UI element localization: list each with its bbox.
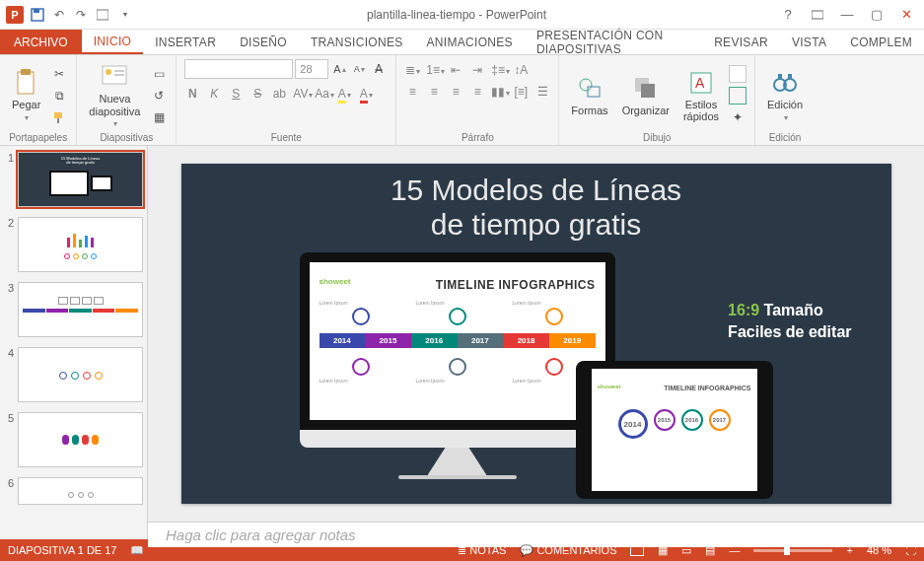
fit-to-window-icon[interactable]: ⛶ (905, 544, 916, 556)
section-icon[interactable]: ▦ (150, 108, 168, 126)
slide-thumbnail[interactable]: 15 Modelos de Líneasde tiempo gratis (18, 152, 143, 207)
ipad-mockup[interactable]: showeet TIMELINE INFOGRAPHICS 2014 2015 … (576, 361, 773, 499)
clear-format-icon[interactable]: A̶ (370, 60, 388, 78)
tab-diseno[interactable]: DISEÑO (228, 30, 299, 54)
grow-font-icon[interactable]: A▴ (330, 60, 348, 78)
slide-side-text[interactable]: 16:9 Tamaño Faciles de editar (728, 302, 851, 345)
font-highlight-button[interactable]: A▾ (336, 87, 352, 101)
bold-button[interactable]: N (184, 87, 200, 101)
svg-rect-11 (114, 74, 124, 76)
columns-icon[interactable]: ▮▮▾ (491, 85, 507, 99)
shapes-button[interactable]: Formas (567, 73, 611, 118)
copy-icon[interactable]: ⧉ (50, 87, 68, 105)
shape-fill-icon[interactable] (729, 65, 746, 83)
thumb-number: 5 (4, 412, 14, 424)
save-icon[interactable] (30, 7, 45, 23)
chevron-down-icon: ▾ (784, 113, 788, 122)
normal-view-icon[interactable] (630, 544, 644, 556)
thumb-number: 6 (4, 477, 14, 489)
increase-indent-icon[interactable]: ⇥ (469, 63, 485, 77)
reset-icon[interactable]: ↺ (150, 87, 168, 105)
zoom-out-button[interactable]: — (729, 544, 740, 556)
svg-rect-13 (588, 87, 600, 97)
shape-outline-icon[interactable] (729, 87, 746, 105)
zoom-in-button[interactable]: + (846, 544, 852, 556)
svg-rect-3 (812, 11, 823, 19)
line-spacing-icon[interactable]: ‡≡▾ (491, 63, 507, 77)
tab-vista[interactable]: VISTA (780, 30, 838, 54)
strike-button[interactable]: S (249, 87, 265, 101)
undo-icon[interactable]: ↶ (51, 7, 67, 23)
tab-revisar[interactable]: REVISAR (702, 30, 780, 54)
char-spacing-button[interactable]: AV▾ (293, 87, 309, 101)
quick-styles-icon: A (687, 69, 715, 97)
slide-counter[interactable]: DIAPOSITIVA 1 DE 17 (8, 544, 116, 556)
tab-animaciones[interactable]: ANIMACIONES (415, 30, 525, 54)
font-color-button[interactable]: A▾ (358, 87, 374, 101)
cut-icon[interactable]: ✂ (50, 65, 68, 83)
tab-file[interactable]: ARCHIVO (0, 30, 82, 54)
tab-transiciones[interactable]: TRANSICIONES (299, 30, 415, 54)
align-left-icon[interactable]: ≡ (404, 85, 420, 99)
maximize-icon[interactable]: ▢ (863, 4, 890, 26)
sorter-view-icon[interactable]: ▦ (658, 544, 668, 557)
svg-rect-1 (34, 9, 39, 13)
thumb-number: 1 (4, 152, 14, 164)
slide-thumbnail[interactable] (18, 347, 143, 402)
svg-rect-2 (97, 10, 108, 20)
layout-icon[interactable]: ▭ (150, 65, 168, 83)
ribbon-display-icon[interactable] (804, 4, 831, 26)
svg-rect-7 (57, 118, 59, 123)
slide-thumbnails-panel[interactable]: 1 15 Modelos de Líneasde tiempo gratis 2… (0, 146, 148, 539)
tab-complementos[interactable]: COMPLEM (838, 30, 924, 54)
shape-effects-icon[interactable]: ✦ (729, 108, 746, 126)
qat-customize-icon[interactable]: ▾ (117, 7, 133, 23)
minimize-icon[interactable]: — (833, 4, 861, 26)
arrange-button[interactable]: Organizar (618, 73, 674, 118)
align-text-icon[interactable]: [≡] (513, 85, 529, 99)
slideshow-view-icon[interactable]: ▤ (705, 544, 715, 557)
paste-button[interactable]: Pegar ▾ (8, 67, 44, 123)
shrink-font-icon[interactable]: A▾ (350, 60, 368, 78)
shadow-button[interactable]: ab (271, 87, 287, 101)
slide-thumbnail[interactable] (18, 477, 143, 505)
reading-view-icon[interactable]: ▭ (681, 544, 691, 557)
editing-button[interactable]: Edición ▾ (763, 67, 807, 123)
quick-access-toolbar: P ↶ ↷ ▾ (0, 6, 139, 24)
svg-rect-6 (54, 112, 62, 118)
format-painter-icon[interactable] (50, 108, 68, 126)
imac-mockup[interactable]: showeet TIMELINE INFOGRAPHICS Lorem Ipsu… (300, 252, 615, 479)
font-size-combo[interactable]: 28 (295, 59, 328, 79)
text-direction-icon[interactable]: ↕A (513, 63, 529, 77)
slide-thumbnail[interactable] (18, 412, 143, 467)
slide[interactable]: 15 Modelos de Líneas de tiempo gratis sh… (181, 164, 891, 504)
tab-insertar[interactable]: INSERTAR (143, 30, 228, 54)
redo-icon[interactable]: ↷ (73, 7, 89, 23)
help-icon[interactable]: ? (774, 4, 802, 26)
comments-toggle[interactable]: 💬 COMENTARIOS (520, 544, 616, 557)
justify-icon[interactable]: ≡ (469, 85, 485, 99)
numbering-icon[interactable]: 1≡▾ (426, 63, 442, 77)
slide-canvas[interactable]: 15 Modelos de Líneas de tiempo gratis sh… (148, 146, 924, 522)
quick-styles-button[interactable]: A Estilos rápidos (679, 67, 723, 124)
close-icon[interactable]: ✕ (892, 4, 920, 26)
notes-toggle[interactable]: ≣ NOTAS (458, 544, 506, 557)
slide-title[interactable]: 15 Modelos de Líneas de tiempo gratis (181, 174, 891, 242)
smartart-icon[interactable]: ☰ (534, 85, 550, 99)
spellcheck-icon[interactable]: 📖 (130, 544, 144, 557)
new-slide-button[interactable]: Nueva diapositiva ▾ (85, 61, 144, 129)
slide-thumbnail[interactable] (18, 282, 143, 337)
decrease-indent-icon[interactable]: ⇤ (448, 63, 463, 77)
align-right-icon[interactable]: ≡ (448, 85, 463, 99)
underline-button[interactable]: S (228, 87, 244, 101)
case-button[interactable]: Aa▾ (315, 87, 330, 101)
tab-presentacion[interactable]: PRESENTACIÓN CON DIAPOSITIVAS (525, 30, 702, 54)
italic-button[interactable]: K (206, 87, 222, 101)
start-from-beginning-icon[interactable] (95, 7, 110, 23)
bullets-icon[interactable]: ≣▾ (404, 63, 420, 77)
align-center-icon[interactable]: ≡ (426, 85, 442, 99)
slide-thumbnail[interactable] (18, 217, 143, 272)
font-family-combo[interactable] (184, 59, 293, 79)
tab-inicio[interactable]: INICIO (82, 30, 143, 54)
zoom-slider[interactable] (753, 549, 832, 552)
